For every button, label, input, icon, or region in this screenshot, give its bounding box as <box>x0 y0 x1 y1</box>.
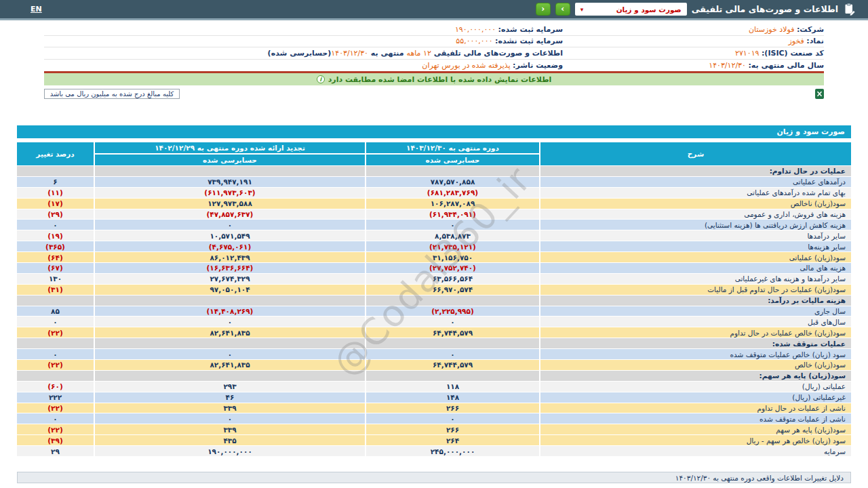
statement-row: سال جاری(۲,۲۲۵,۹۹۵)(۱۴,۴۰۸,۲۶۹)۸۵ <box>17 306 851 317</box>
cell-percent-change: ۰ <box>17 220 94 230</box>
cell-percent-change: (۲۹) <box>17 209 94 220</box>
cell-description: سایر درآمدها و هزینه های غیرعملیاتی <box>540 274 851 284</box>
cell-percent-change: (۶۷) <box>17 263 94 273</box>
cell-percent-change <box>17 338 94 348</box>
next-statement-button[interactable]: › <box>555 3 570 16</box>
cell-prior-period: (۱۶,۶۳۶,۶۶۴) <box>95 263 365 273</box>
cell-prior-period <box>95 166 365 176</box>
cell-percent-change: ۰ <box>17 349 94 359</box>
cell-percent-change: ۶ <box>17 177 94 187</box>
cell-prior-period: ۰ <box>95 349 365 359</box>
prev-statement-button[interactable]: ‹ <box>536 3 551 16</box>
cell-description: سود(زیان) عملیاتی <box>540 252 851 262</box>
statement-row: سود (زیان) خالص هر سهم - ریال۲۶۴۴۳۵(۳۹) <box>17 435 851 446</box>
chevron-down-icon: ▾ <box>580 6 584 13</box>
note-row: کلیه مبالغ درج شده به میلیون ریال می باش… <box>44 88 824 99</box>
excel-export-icon[interactable] <box>815 89 824 99</box>
cell-description: ناشی از عملیات در حال تداوم <box>540 403 851 413</box>
cell-current-period: ۱۴۸ <box>366 392 539 403</box>
cell-prior-period: ۴۶ <box>95 392 365 403</box>
cell-current-period: ۸,۵۳۸,۸۷۳ <box>366 230 539 241</box>
cell-current-period: ۰ <box>366 349 539 359</box>
statement-type-select[interactable]: صورت سود و زیان ▾ <box>575 3 687 16</box>
capital-unregistered-label: سرمایه ثبت نشده: <box>495 37 563 45</box>
footer-reasons-bar[interactable]: دلایل تغییرات اطلاعات واقعی دوره منتهی ب… <box>17 472 851 483</box>
cell-prior-period: ۷۳۹,۹۴۷,۱۹۱ <box>95 177 365 187</box>
cell-description: سود(زیان) خالص عملیات در حال تداوم <box>540 327 851 338</box>
cell-percent-change <box>17 166 94 176</box>
cell-percent-change: ۰ <box>17 317 94 327</box>
cell-description: عملیاتی (ریال) <box>540 382 851 392</box>
cell-description: سایر درآمدها <box>540 230 851 241</box>
cell-description: سود(زیان) عملیات در حال تداوم قبل از مال… <box>540 285 851 295</box>
cell-description: سال جاری <box>540 306 851 317</box>
cell-prior-period: ۹۷,۰۵۰,۱۰۴ <box>95 285 365 295</box>
cell-percent-change: (۲۲) <box>17 403 94 413</box>
cell-percent-change: ۲۲۲ <box>17 392 94 403</box>
statement-section-row: عملیات متوقف شده: <box>17 338 851 349</box>
statement-section-row: عملیات در حال تداوم: <box>17 166 851 177</box>
cell-prior-period: (۴۷,۸۵۷,۶۳۷) <box>95 209 365 220</box>
cell-description: ناشی از عملیات متوقف شده <box>540 413 851 424</box>
column-subheader-prior-audited: حسابرسی شده <box>95 155 365 165</box>
report-period-part: (حسابرسی شده) <box>268 49 332 58</box>
report-period-part: ۱۲ ماهه <box>407 49 431 58</box>
cell-percent-change: (۲۲) <box>17 360 94 370</box>
page-title: اطلاعات و صورت‌های مالی تلفیقی <box>692 4 838 14</box>
column-header-percent-change: درصد تغییر <box>17 142 94 165</box>
cell-description: عملیات در حال تداوم: <box>540 166 851 176</box>
statement-title: صورت سود و زیان <box>17 125 851 138</box>
cell-percent-change <box>17 371 94 381</box>
cell-description: سود (زیان) خالص هر سهم - ریال <box>540 435 851 445</box>
column-subheader-current-audited: حسابرسی شده <box>366 155 539 165</box>
cell-description: سود (زیان) خالص عملیات متوقف شده <box>540 349 851 359</box>
statement-row: بهای تمام شده درآمدهای عملیاتی(۶۸۱,۲۸۳,۷… <box>17 188 851 199</box>
cell-prior-period: ۸۲,۶۴۱,۸۳۵ <box>95 327 365 338</box>
statement-row: غیرعملیاتی (ریال)۱۴۸۴۶۲۲۲ <box>17 392 851 403</box>
company-info-row: کد صنعت (ISIC): ۲۷۱۰۱۹ اطلاعات و صورت‌ها… <box>44 47 824 60</box>
cell-current-period: (۶۱,۹۳۴,۰۹۱) <box>366 209 539 220</box>
language-toggle[interactable]: EN <box>31 5 42 14</box>
statement-row: سود(زیان) خالص۶۴,۷۴۴,۵۷۹۸۲,۶۴۱,۸۳۵(۲۲) <box>17 360 851 371</box>
cell-current-period: ۶۴,۷۴۴,۵۷۹ <box>366 327 539 338</box>
report-period-part: ۱۴۰۳/۱۲/۳۰ <box>331 49 368 58</box>
statement-row: هزینه کاهش ارزش دریافتنی ها (هزینه استثن… <box>17 220 851 230</box>
cell-percent-change <box>17 296 94 306</box>
cell-description: سرمایه <box>540 446 851 456</box>
cell-prior-period: (۶۱۱,۹۷۳,۶۰۳) <box>95 188 365 198</box>
statement-row: سایر هزینه‌ها(۲۱,۷۳۵,۱۲۱)(۴,۶۷۵,۰۶۱)(۳۶۵… <box>17 241 851 252</box>
cell-current-period: ۱۰۶,۲۸۷,۰۸۹ <box>366 199 539 209</box>
cell-prior-period: ۱۲۷,۹۷۳,۵۸۸ <box>95 199 365 209</box>
cell-prior-period: ۰ <box>95 413 365 424</box>
company-info-row: سال مالی منتهی به: ۱۴۰۳/۱۲/۳۰ وضعیت ناشر… <box>44 60 824 72</box>
cell-prior-period <box>95 296 365 306</box>
cell-prior-period: (۴,۶۷۵,۰۶۱) <box>95 241 365 251</box>
cell-current-period: (۲۷,۷۵۲,۷۴۰) <box>366 263 539 273</box>
cell-prior-period: ۸۶,۰۱۲,۴۳۹ <box>95 252 365 262</box>
statement-section-row: هزینه مالیات بر درآمد: <box>17 296 851 306</box>
cell-current-period: ۶۶,۹۷۰,۵۷۴ <box>366 285 539 295</box>
statement-row: سایر درآمدها۸,۵۳۸,۸۷۳۱۰,۵۷۱,۵۴۹(۱۹) <box>17 230 851 241</box>
capital-unregistered-value: ۵۵,۰۰۰,۰۰۰ <box>456 37 492 45</box>
isic-value: ۲۷۱۰۱۹ <box>735 49 759 58</box>
cell-current-period <box>366 296 539 306</box>
cell-current-period: ۱۱۸ <box>366 382 539 392</box>
cell-prior-period: ۰ <box>95 220 365 230</box>
cell-description: بهای تمام شده درآمدهای عملیاتی <box>540 188 851 198</box>
statement-row: سود(زیان) پایه هر سهم۲۶۶۳۳۹(۲۲) <box>17 424 851 435</box>
statement-row: درآمدهای عملیاتی۷۸۷,۵۷۰,۸۵۸۷۳۹,۹۴۷,۱۹۱۶ <box>17 177 851 188</box>
cell-prior-period <box>95 371 365 381</box>
income-statement-table: صورت سود و زیان شرح دوره منتهی به ۱۴۰۳/۱… <box>17 125 851 457</box>
column-header-description: شرح <box>540 142 851 165</box>
statement-section-row: سود(زیان) پایه هر سهم: <box>17 371 851 382</box>
signature-match-text: اطلاعات نمایش داده شده با اطلاعات امضا ش… <box>328 75 552 84</box>
cell-description: درآمدهای عملیاتی <box>540 177 851 187</box>
cell-current-period: ۲۶۶ <box>366 403 539 413</box>
cell-current-period <box>366 338 539 348</box>
cell-percent-change: ۸۵ <box>17 306 94 317</box>
column-header-current-period: دوره منتهی به ۱۴۰۳/۱۲/۳۰ <box>366 142 539 153</box>
cell-current-period: ۷۸۷,۵۷۰,۸۵۸ <box>366 177 539 187</box>
cell-description: هزینه مالیات بر درآمد: <box>540 296 851 306</box>
cell-description: هزینه های مالی <box>540 263 851 273</box>
top-navbar: اطلاعات و صورت‌های مالی تلفیقی صورت سود … <box>0 0 868 20</box>
